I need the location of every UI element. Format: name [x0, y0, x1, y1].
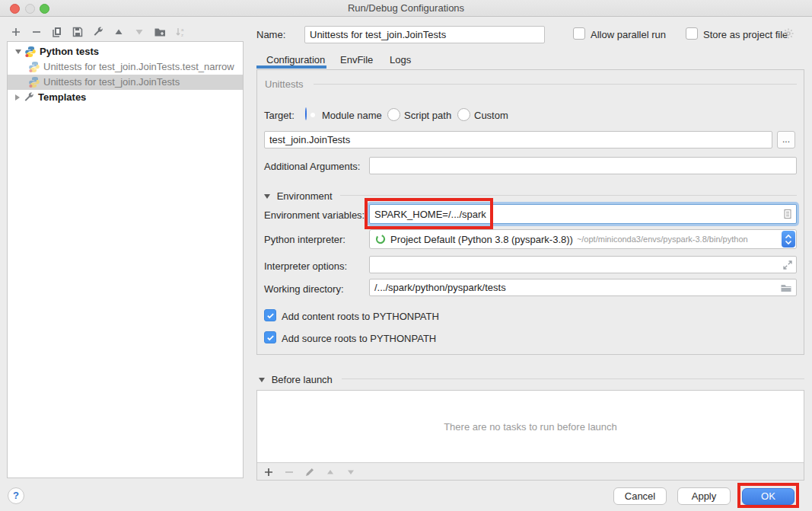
tree-item-label: Unittests for test_join.JoinTests.test_n… [43, 59, 234, 75]
before-launch-section-header[interactable]: Before launch [259, 374, 333, 385]
interpreter-options-label: Interpreter options: [264, 260, 347, 272]
run-debug-configurations-dialog: Run/Debug Configurations az [0, 0, 812, 511]
help-button[interactable]: ? [8, 487, 24, 504]
tab-logs[interactable]: Logs [390, 54, 411, 65]
edit-templates-icon[interactable] [91, 25, 104, 38]
tree-item-python-tests[interactable]: Python tests [8, 44, 243, 59]
section-divider [340, 195, 797, 196]
target-script-path-label: Script path [404, 110, 451, 121]
empty-tasks-message: There are no tasks to run before launch [257, 391, 804, 463]
wrench-icon [23, 91, 35, 104]
edit-env-vars-icon[interactable] [782, 208, 794, 220]
apply-button[interactable]: Apply [677, 487, 731, 505]
section-collapse-icon [259, 378, 265, 382]
sort-alphabetically-icon: az [174, 25, 186, 38]
interpreter-options-input[interactable] [369, 256, 797, 273]
tab-envfile[interactable]: EnvFile [340, 54, 373, 65]
configurations-tree: Python tests Unittests for test_join.Joi… [7, 41, 244, 478]
tree-item-label: Python tests [40, 44, 99, 59]
move-task-up-icon [323, 465, 336, 478]
gear-icon[interactable] [782, 27, 794, 40]
python-interpreter-select[interactable]: Project Default (Python 3.8 (pyspark-3.8… [369, 229, 797, 249]
edit-task-icon [303, 465, 316, 478]
cancel-button[interactable]: Cancel [613, 487, 667, 505]
python-interpreter-label: Python interpreter: [264, 234, 345, 245]
working-directory-input[interactable] [369, 279, 797, 296]
add-source-roots-checkbox[interactable] [264, 331, 276, 343]
store-as-project-file-checkbox[interactable] [686, 27, 698, 40]
unittests-group-title: Unittests [265, 78, 304, 90]
python-interpreter-value: Project Default (Python 3.8 (pyspark-3.8… [390, 234, 573, 245]
python-interpreter-path: ~/opt/miniconda3/envs/pyspark-3.8/bin/py… [577, 235, 748, 244]
environment-variables-input[interactable] [369, 204, 797, 224]
python-icon [28, 61, 40, 73]
allow-parallel-run-label: Allow parallel run [591, 29, 666, 40]
before-launch-tasks-panel: There are no tasks to run before launch [256, 390, 804, 481]
name-label: Name: [256, 29, 285, 40]
name-input[interactable] [304, 26, 545, 43]
remove-task-icon [282, 465, 295, 478]
group-divider [314, 84, 797, 85]
add-task-icon[interactable] [262, 465, 275, 478]
target-custom-label: Custom [474, 110, 508, 121]
tree-item-label: Templates [38, 90, 86, 105]
tree-item-unittest-narrow[interactable]: Unittests for test_join.JoinTests.test_n… [8, 59, 243, 75]
tree-item-templates[interactable]: Templates [8, 90, 243, 105]
add-icon[interactable] [9, 25, 22, 38]
allow-parallel-run-checkbox[interactable] [573, 27, 585, 40]
target-module-name-radio[interactable] [305, 107, 307, 120]
svg-text:a: a [181, 27, 184, 32]
browse-button[interactable]: ... [777, 131, 795, 149]
tab-configuration[interactable]: Configuration [266, 54, 325, 65]
move-task-down-icon [344, 465, 357, 478]
before-launch-title: Before launch [272, 374, 333, 385]
section-collapse-icon [264, 194, 270, 199]
additional-arguments-label: Additional Arguments: [264, 161, 360, 172]
new-folder-icon[interactable] [153, 25, 166, 38]
add-content-roots-checkbox[interactable] [264, 309, 276, 321]
python-icon [28, 76, 40, 88]
move-up-icon[interactable] [112, 25, 125, 38]
python-icon [24, 46, 37, 58]
combo-stepper-icon[interactable] [782, 231, 795, 248]
remove-icon[interactable] [30, 25, 43, 38]
ok-button[interactable]: OK [742, 488, 794, 505]
save-icon[interactable] [71, 25, 84, 38]
move-down-icon [132, 25, 145, 38]
add-content-roots-label: Add content roots to PYTHONPATH [282, 311, 439, 322]
tasks-toolbar [262, 465, 357, 478]
folder-icon[interactable] [780, 282, 792, 294]
tree-item-unittest-jointests[interactable]: Unittests for test_join.JoinTests [8, 75, 243, 90]
title-bar: Run/Debug Configurations [0, 0, 812, 17]
target-label: Target: [264, 110, 295, 121]
additional-arguments-input[interactable] [369, 157, 797, 174]
expand-field-icon[interactable] [782, 259, 794, 271]
tree-item-label: Unittests for test_join.JoinTests [43, 75, 180, 90]
target-module-input[interactable] [264, 131, 772, 149]
working-directory-label: Working directory: [264, 283, 344, 295]
environment-section-header[interactable]: Environment [264, 190, 333, 202]
environment-variables-label: Environment variables: [264, 209, 365, 221]
add-source-roots-label: Add source roots to PYTHONPATH [282, 333, 436, 344]
target-module-name-label: Module name [322, 110, 382, 121]
environment-section-title: Environment [277, 190, 333, 202]
conda-env-icon [375, 234, 386, 244]
target-script-path-radio[interactable] [387, 108, 400, 121]
chevron-expanded-icon[interactable] [15, 50, 21, 54]
svg-text:z: z [181, 33, 183, 37]
section-divider [342, 378, 804, 379]
target-custom-radio[interactable] [457, 108, 470, 121]
chevron-collapsed-icon[interactable] [15, 94, 20, 101]
active-tab-underline [256, 65, 326, 69]
copy-icon[interactable] [50, 25, 63, 38]
store-as-project-file-label: Store as project file [703, 29, 788, 40]
configurations-toolbar: az [9, 25, 186, 38]
window-title: Run/Debug Configurations [0, 2, 812, 14]
